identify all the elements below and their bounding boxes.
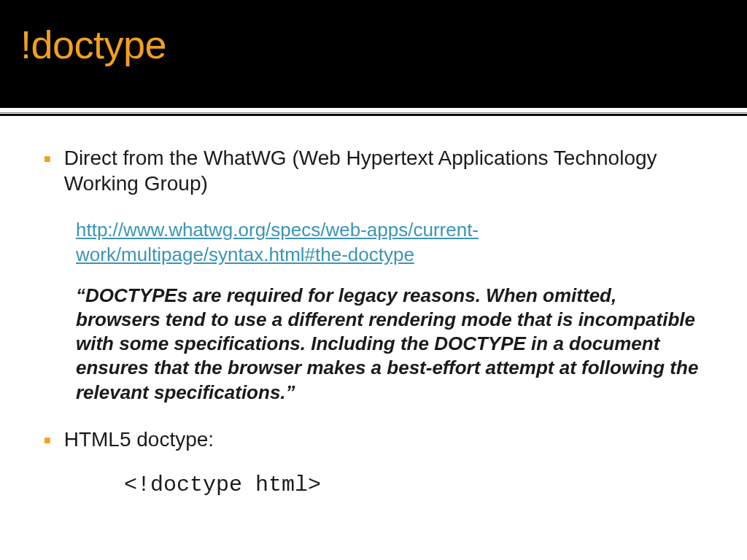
doctype-quote: “DOCTYPEs are required for legacy reason…: [76, 284, 703, 405]
bullet-icon: ■: [44, 434, 51, 447]
indent-block: http://www.whatwg.org/specs/web-apps/cur…: [76, 218, 703, 405]
bullet-text: HTML5 doctype:: [64, 427, 214, 452]
whatwg-link[interactable]: http://www.whatwg.org/specs/web-apps/cur…: [76, 218, 703, 268]
code-block: <!doctype html>: [124, 472, 703, 497]
bullet-text: Direct from the WhatWG (Web Hypertext Ap…: [64, 145, 703, 196]
slide-content: ■ Direct from the WhatWG (Web Hypertext …: [0, 116, 747, 497]
header-divider: [0, 114, 747, 116]
slide-header: !doctype: [0, 0, 747, 108]
slide-title: !doctype: [20, 22, 727, 67]
bullet-item: ■ HTML5 doctype:: [44, 427, 703, 452]
bullet-item: ■ Direct from the WhatWG (Web Hypertext …: [44, 145, 703, 196]
bullet-icon: ■: [44, 152, 51, 166]
